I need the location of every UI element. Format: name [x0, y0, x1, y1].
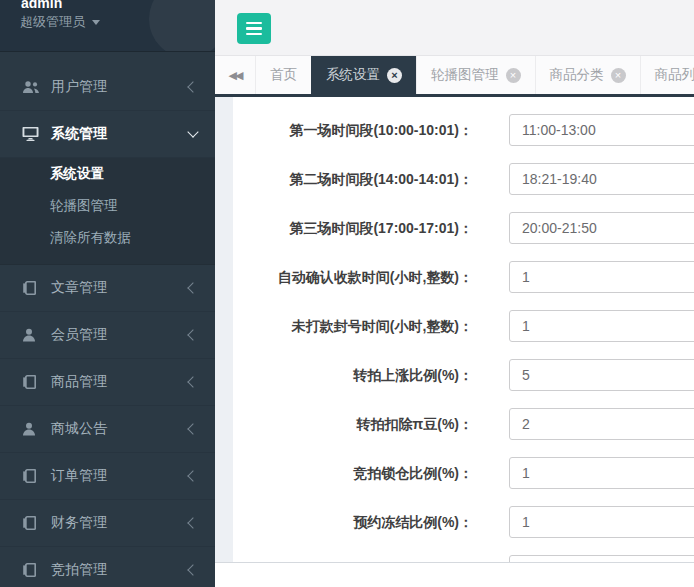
avatar	[149, 0, 215, 52]
form-row: 第三场时间段(17:00-17:01)：	[233, 212, 694, 244]
book-icon	[22, 375, 41, 389]
sidebar-item-label: 订单管理	[51, 467, 189, 485]
auction-lock-percent-input[interactable]	[509, 457, 694, 489]
content-area: 第一场时间段(10:00-10:01)： 第二场时间段(14:00-14:01)…	[215, 97, 694, 562]
field-label-resale-rise-percent: 转拍上涨比例(%)：	[233, 359, 473, 391]
desktop-icon	[22, 127, 41, 141]
chevron-left-icon	[187, 376, 198, 387]
session3-time-input[interactable]	[509, 212, 694, 244]
reserve-freeze-percent-input[interactable]	[509, 506, 694, 538]
field-label-session2-time: 第二场时间段(14:00-14:01)：	[233, 163, 473, 195]
user-panel: admin 超级管理员	[0, 0, 215, 52]
sidebar-item-user-management[interactable]: 用户管理	[0, 64, 215, 111]
system-management-submenu: 系统设置 轮播图管理 清除所有数据	[0, 158, 215, 265]
tab-product-category[interactable]: 商品分类 ×	[535, 56, 640, 94]
sidebar-subitem-carousel-management[interactable]: 轮播图管理	[0, 190, 215, 222]
tab-label: 首页	[270, 66, 297, 84]
sidebar-item-label: 系统管理	[51, 125, 189, 143]
top-navbar	[215, 0, 694, 56]
collapse-tabs-icon[interactable]: ◀◀	[215, 56, 255, 94]
close-tab-icon[interactable]: ×	[387, 68, 402, 83]
form-row: 转拍扣除π豆(%)：	[233, 408, 694, 440]
sidebar-item-label: 会员管理	[51, 326, 189, 344]
sidebar-item-label: 文章管理	[51, 279, 189, 297]
tab-home[interactable]: 首页	[255, 56, 311, 94]
sidebar-item-label: 商品管理	[51, 373, 189, 391]
partial-input[interactable]	[509, 555, 694, 562]
form-row: 未打款封号时间(小时,整数)：	[233, 310, 694, 342]
chevron-left-icon	[187, 517, 198, 528]
form-row: 竞拍锁仓比例(%)：	[233, 457, 694, 489]
form-row: 转拍上涨比例(%)：	[233, 359, 694, 391]
sidebar-subitem-system-settings[interactable]: 系统设置	[0, 158, 215, 190]
sidebar-item-article-management[interactable]: 文章管理	[0, 265, 215, 312]
form-row-partial	[233, 555, 694, 562]
book-icon	[22, 469, 41, 483]
sidebar-subitem-clear-all-data[interactable]: 清除所有数据	[0, 222, 215, 254]
resale-deduct-percent-input[interactable]	[509, 408, 694, 440]
sidebar-item-label: 竞拍管理	[51, 561, 189, 579]
sidebar-item-label: 财务管理	[51, 514, 189, 532]
tab-label: 商品分类	[550, 66, 604, 84]
form-row: 第二场时间段(14:00-14:01)：	[233, 163, 694, 195]
tab-label: 系统设置	[326, 66, 380, 84]
field-label-session3-time: 第三场时间段(17:00-17:01)：	[233, 212, 473, 244]
user-role-label: 超级管理员	[20, 13, 85, 31]
form-row: 自动确认收款时间(小时,整数)：	[233, 261, 694, 293]
tab-product-list[interactable]: 商品列表 ×	[640, 56, 694, 94]
field-label-reserve-freeze-percent: 预约冻结比例(%)：	[233, 506, 473, 538]
user-name: admin	[21, 0, 62, 11]
users-icon	[22, 80, 41, 94]
session1-time-input[interactable]	[509, 114, 694, 146]
sidebar-item-system-management[interactable]: 系统管理	[0, 111, 215, 158]
sidebar-item-label: 商城公告	[51, 420, 189, 438]
session2-time-input[interactable]	[509, 163, 694, 195]
auto-confirm-hours-input[interactable]	[509, 261, 694, 293]
unpaid-ban-hours-input[interactable]	[509, 310, 694, 342]
resale-rise-percent-input[interactable]	[509, 359, 694, 391]
settings-form-panel: 第一场时间段(10:00-10:01)： 第二场时间段(14:00-14:01)…	[233, 97, 694, 562]
chevron-left-icon	[187, 282, 198, 293]
tab-bar: ◀◀ 首页 系统设置 × 轮播图管理 × 商品分类 × 商品列表 ×	[215, 56, 694, 97]
field-label-auction-lock-percent: 竞拍锁仓比例(%)：	[233, 457, 473, 489]
sidebar-item-product-management[interactable]: 商品管理	[0, 359, 215, 406]
chevron-left-icon	[187, 564, 198, 575]
book-icon	[22, 563, 41, 577]
book-icon	[22, 281, 41, 295]
tab-system-settings[interactable]: 系统设置 ×	[311, 56, 416, 97]
tab-carousel-management[interactable]: 轮播图管理 ×	[416, 56, 535, 94]
hamburger-icon	[246, 22, 262, 25]
page-footer	[215, 562, 694, 587]
field-label-session1-time: 第一场时间段(10:00-10:01)：	[233, 114, 473, 146]
chevron-left-icon	[187, 470, 198, 481]
field-label-resale-deduct-percent: 转拍扣除π豆(%)：	[233, 408, 473, 440]
field-label-unpaid-ban-hours: 未打款封号时间(小时,整数)：	[233, 310, 473, 342]
form-row: 第一场时间段(10:00-10:01)：	[233, 114, 694, 146]
sidebar: admin 超级管理员 用户管理 系统管理 系统设置 轮播图管理 清除所有数据	[0, 0, 215, 587]
close-tab-icon[interactable]: ×	[611, 68, 626, 83]
field-label-partial	[233, 555, 473, 562]
form-row: 预约冻结比例(%)：	[233, 506, 694, 538]
chevron-left-icon	[187, 329, 198, 340]
sidebar-item-mall-announcement[interactable]: 商城公告	[0, 406, 215, 453]
sidebar-menu: 用户管理 系统管理 系统设置 轮播图管理 清除所有数据 文章管理	[0, 52, 215, 587]
user-icon	[22, 328, 41, 342]
tab-label: 商品列表	[655, 66, 694, 84]
sidebar-item-auction-management[interactable]: 竞拍管理	[0, 547, 215, 587]
sidebar-item-label: 用户管理	[51, 78, 189, 96]
user-role-dropdown[interactable]: 超级管理员	[20, 13, 100, 31]
user-icon	[22, 422, 41, 436]
sidebar-item-order-management[interactable]: 订单管理	[0, 453, 215, 500]
field-label-auto-confirm-hours: 自动确认收款时间(小时,整数)：	[233, 261, 473, 293]
book-icon	[22, 516, 41, 530]
close-tab-icon[interactable]: ×	[506, 68, 521, 83]
tab-label: 轮播图管理	[431, 66, 499, 84]
sidebar-item-finance-management[interactable]: 财务管理	[0, 500, 215, 547]
caret-down-icon	[92, 20, 100, 25]
chevron-down-icon	[187, 126, 198, 137]
sidebar-toggle-button[interactable]	[237, 13, 271, 44]
chevron-left-icon	[187, 423, 198, 434]
chevron-left-icon	[187, 81, 198, 92]
sidebar-item-member-management[interactable]: 会员管理	[0, 312, 215, 359]
